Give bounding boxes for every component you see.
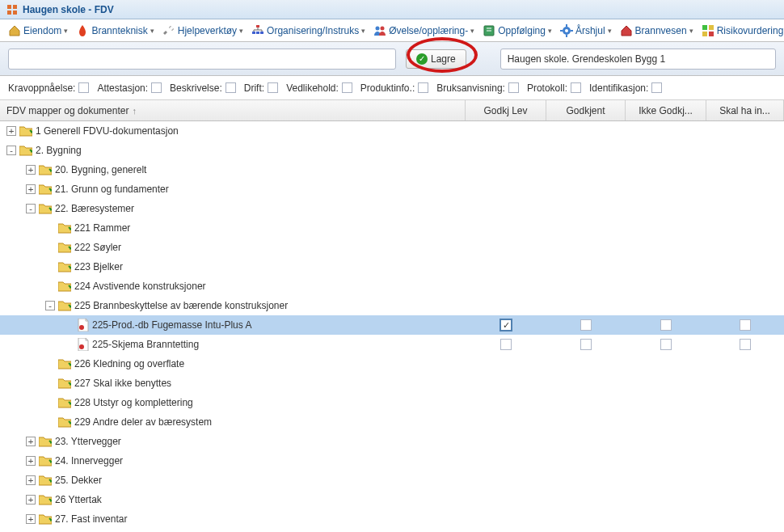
chevron-down-icon: ▾ xyxy=(689,27,693,35)
col-skal-ha-header[interactable]: Skal ha in... xyxy=(706,100,784,120)
filter-checkbox[interactable] xyxy=(151,82,162,93)
tree-folder-row[interactable]: 226 Kledning og overflate xyxy=(0,354,784,374)
filter-checkbox[interactable] xyxy=(508,82,519,93)
document-icon xyxy=(78,319,89,331)
folder-icon xyxy=(58,222,71,234)
node-label: 20. Bygning, generelt xyxy=(55,164,146,175)
search-input[interactable] xyxy=(8,49,396,70)
path-field[interactable]: Haugen skole. Grendeskolen Bygg 1 xyxy=(500,49,776,70)
toolbar-item-risikovurdering[interactable]: Risikovurdering▾ xyxy=(698,23,784,39)
chevron-down-icon: ▾ xyxy=(64,27,68,35)
toolbar-item-rshjul[interactable]: Årshjul▾ xyxy=(557,23,615,39)
filter-vedlikehold: Vedlikehold: xyxy=(286,82,352,94)
expand-icon[interactable]: + xyxy=(6,126,16,136)
expand-icon[interactable]: + xyxy=(26,437,36,446)
svg-rect-2 xyxy=(7,11,11,15)
toolbar-item-brannteknisk[interactable]: Brannteknisk▾ xyxy=(73,23,157,39)
folder-icon xyxy=(58,416,71,428)
toolbar-item-hjelpeverkty[interactable]: Hjelpeverktøy▾ xyxy=(159,23,247,39)
ikke-godkj-checkbox[interactable] xyxy=(660,319,672,331)
godkj-lev-checkbox[interactable] xyxy=(500,339,512,350)
toolbar-item-velseopplring[interactable]: Øvelse/opplæring-▾ xyxy=(370,23,478,39)
expand-icon[interactable]: + xyxy=(26,475,36,485)
folder-icon xyxy=(39,164,52,175)
tree-folder-row[interactable]: 221 Rammer xyxy=(0,218,784,238)
ikke-godkj-checkbox[interactable] xyxy=(660,339,672,350)
tree-folder-row[interactable]: 228 Utstyr og komplettering xyxy=(0,393,784,412)
app-logo-icon xyxy=(6,4,18,15)
filter-checkbox[interactable] xyxy=(78,82,89,93)
filter-checkbox[interactable] xyxy=(571,82,581,93)
filter-checkbox[interactable] xyxy=(342,82,352,93)
toolbar-item-organiseringinstruks[interactable]: Organisering/Instruks▾ xyxy=(248,23,369,39)
chevron-down-icon: ▾ xyxy=(361,27,365,35)
folder-icon xyxy=(58,281,71,292)
col-godkj-lev-header[interactable]: Godkj Lev xyxy=(466,100,546,120)
expand-icon[interactable]: + xyxy=(26,456,36,466)
tree-folder-row[interactable]: 227 Skal ikke benyttes xyxy=(0,374,784,393)
filter-label: Bruksanvisning: xyxy=(436,82,505,94)
tree-folder-row[interactable]: -22. Bæresystemer xyxy=(0,199,784,218)
bhome-icon xyxy=(620,24,633,37)
expand-icon[interactable]: + xyxy=(26,514,36,524)
col-ikke-godkj-header[interactable]: Ikke Godkj... xyxy=(626,100,706,120)
svg-point-28 xyxy=(79,325,84,330)
tree-doc-row[interactable]: 225-Skjema Branntetting xyxy=(0,335,784,354)
tree-panel[interactable]: +1 Generell FDVU-dokumentasjon-2. Bygnin… xyxy=(0,121,784,532)
node-label: 23. Yttervegger xyxy=(55,436,121,447)
save-button[interactable]: ✓ Lagre xyxy=(406,49,466,69)
folder-icon xyxy=(19,145,32,156)
filter-checkbox[interactable] xyxy=(651,82,662,93)
skal-ha-checkbox[interactable] xyxy=(740,339,751,350)
tree-folder-row[interactable]: +23. Yttervegger xyxy=(0,432,784,451)
tree-folder-row[interactable]: +20. Bygning, generelt xyxy=(0,160,784,179)
filter-beskrivelse: Beskrivelse: xyxy=(170,82,236,94)
skal-ha-checkbox[interactable] xyxy=(740,319,751,331)
svg-point-4 xyxy=(170,27,173,30)
collapse-icon[interactable]: - xyxy=(26,204,36,213)
filter-checkbox[interactable] xyxy=(418,82,428,93)
tree-folder-row[interactable]: +21. Grunn og fundamenter xyxy=(0,179,784,199)
collapse-icon[interactable]: - xyxy=(45,301,55,310)
tree-folder-row[interactable]: +24. Innervegger xyxy=(0,451,784,471)
col-godkjent-header[interactable]: Godkjent xyxy=(546,100,626,120)
tree-folder-row[interactable]: +26 Yttertak xyxy=(0,490,784,509)
node-label: 25. Dekker xyxy=(55,475,102,486)
svg-rect-27 xyxy=(709,32,714,36)
toolbar-label: Oppfølging xyxy=(498,25,546,36)
folder-icon xyxy=(19,125,32,137)
col-tree-header[interactable]: FDV mapper og dokumenter ↑ xyxy=(0,100,466,120)
filter-protokoll: Protokoll: xyxy=(527,82,581,94)
filter-checkbox[interactable] xyxy=(226,82,236,93)
filter-checkbox[interactable] xyxy=(268,82,278,93)
godkjent-checkbox[interactable] xyxy=(580,319,592,331)
tree-folder-row[interactable]: 224 Avstivende konstruksjoner xyxy=(0,277,784,296)
godkjent-checkbox[interactable] xyxy=(580,339,592,350)
collapse-icon[interactable]: - xyxy=(6,146,16,155)
toolbar-item-eiendom[interactable]: Eiendom▾ xyxy=(5,23,71,39)
node-label: 1 Generell FDVU-dokumentasjon xyxy=(36,125,179,137)
tree-folder-row[interactable]: 223 Bjelker xyxy=(0,257,784,277)
godkj-lev-checkbox[interactable]: ✓ xyxy=(500,319,512,331)
tree-folder-row[interactable]: 229 Andre deler av bæresystem xyxy=(0,412,784,432)
tree-folder-row[interactable]: -225 Brannbeskyttelse av bærende konstru… xyxy=(0,296,784,315)
expand-icon[interactable]: + xyxy=(26,495,36,505)
document-icon xyxy=(78,338,89,351)
tree-doc-row[interactable]: 225-Prod.-db Fugemasse Intu-Plus A✓ xyxy=(0,315,784,335)
tree-folder-row[interactable]: 222 Søyler xyxy=(0,238,784,257)
folder-icon xyxy=(58,300,71,311)
folder-icon xyxy=(39,475,52,486)
tree-folder-row[interactable]: +25. Dekker xyxy=(0,471,784,490)
tree-folder-row[interactable]: -2. Bygning xyxy=(0,141,784,160)
tree-folder-row[interactable]: +1 Generell FDVU-dokumentasjon xyxy=(0,121,784,141)
expand-icon[interactable]: + xyxy=(26,165,36,175)
expand-icon[interactable]: + xyxy=(26,184,36,194)
node-label: 225-Skjema Branntetting xyxy=(92,339,199,350)
svg-rect-7 xyxy=(256,32,259,34)
filter-label: Kravoppnåelse: xyxy=(8,82,75,94)
node-label: 221 Rammer xyxy=(74,222,130,234)
svg-rect-24 xyxy=(702,25,707,30)
toolbar-item-brannvesen[interactable]: Brannvesen▾ xyxy=(617,23,697,39)
toolbar-item-oppflging[interactable]: Oppfølging▾ xyxy=(479,23,555,39)
tree-folder-row[interactable]: +27. Fast inventar xyxy=(0,509,784,529)
